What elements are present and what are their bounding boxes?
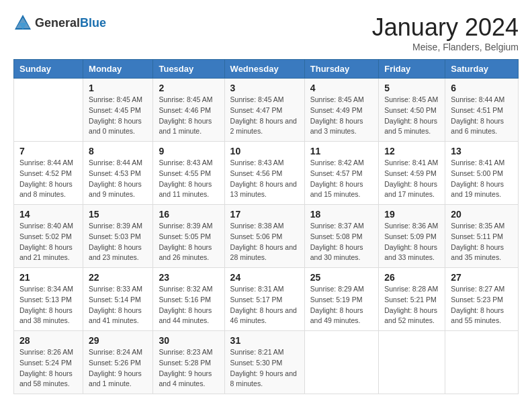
day-cell: 9Sunrise: 8:43 AMSunset: 4:55 PMDaylight… — [153, 142, 224, 205]
day-detail: Sunrise: 8:34 AMSunset: 5:13 PMDaylight:… — [19, 284, 77, 326]
title-section: January 2024 Meise, Flanders, Belgium — [372, 13, 519, 52]
day-detail: Sunrise: 8:32 AMSunset: 5:16 PMDaylight:… — [159, 284, 218, 326]
logo-blue: Blue — [80, 16, 106, 30]
day-cell: 29Sunrise: 8:24 AMSunset: 5:26 PMDayligh… — [83, 331, 153, 394]
day-cell: 25Sunrise: 8:29 AMSunset: 5:19 PMDayligh… — [304, 268, 378, 331]
day-number: 23 — [159, 272, 218, 283]
day-cell: 19Sunrise: 8:36 AMSunset: 5:09 PMDayligh… — [379, 205, 445, 268]
day-detail: Sunrise: 8:21 AMSunset: 5:30 PMDaylight:… — [230, 347, 299, 390]
day-number: 11 — [310, 146, 373, 156]
week-row-3: 14Sunrise: 8:40 AMSunset: 5:02 PMDayligh… — [14, 205, 519, 268]
day-detail: Sunrise: 8:37 AMSunset: 5:08 PMDaylight:… — [310, 221, 373, 263]
day-cell: 5Sunrise: 8:45 AMSunset: 4:50 PMDaylight… — [379, 79, 445, 142]
day-cell: 6Sunrise: 8:44 AMSunset: 4:51 PMDaylight… — [445, 79, 519, 142]
day-number: 13 — [451, 146, 513, 156]
day-header-monday: Monday — [83, 60, 153, 79]
day-cell: 11Sunrise: 8:42 AMSunset: 4:57 PMDayligh… — [304, 142, 378, 205]
day-detail: Sunrise: 8:33 AMSunset: 5:14 PMDaylight:… — [89, 284, 147, 326]
day-number: 21 — [19, 272, 77, 283]
day-detail: Sunrise: 8:41 AMSunset: 4:59 PMDaylight:… — [384, 158, 439, 200]
day-detail: Sunrise: 8:43 AMSunset: 4:55 PMDaylight:… — [159, 158, 218, 200]
day-number: 20 — [451, 209, 513, 220]
logo: GeneralBlue — [13, 13, 106, 32]
day-cell: 23Sunrise: 8:32 AMSunset: 5:16 PMDayligh… — [153, 268, 224, 331]
day-cell: 14Sunrise: 8:40 AMSunset: 5:02 PMDayligh… — [14, 205, 83, 268]
day-number: 10 — [230, 146, 299, 156]
day-number: 28 — [19, 335, 77, 346]
day-cell: 17Sunrise: 8:38 AMSunset: 5:06 PMDayligh… — [224, 205, 304, 268]
day-cell: 30Sunrise: 8:23 AMSunset: 5:28 PMDayligh… — [153, 331, 224, 394]
day-number: 7 — [19, 146, 77, 156]
day-cell: 8Sunrise: 8:44 AMSunset: 4:53 PMDaylight… — [83, 142, 153, 205]
day-detail: Sunrise: 8:45 AMSunset: 4:50 PMDaylight:… — [384, 95, 439, 137]
day-detail: Sunrise: 8:27 AMSunset: 5:23 PMDaylight:… — [451, 284, 513, 326]
day-cell: 7Sunrise: 8:44 AMSunset: 4:52 PMDaylight… — [14, 142, 83, 205]
day-detail: Sunrise: 8:26 AMSunset: 5:24 PMDaylight:… — [19, 347, 77, 390]
day-detail: Sunrise: 8:28 AMSunset: 5:21 PMDaylight:… — [384, 284, 439, 326]
day-number: 19 — [384, 209, 439, 220]
day-cell — [304, 331, 378, 394]
day-number: 25 — [310, 272, 373, 283]
day-cell: 2Sunrise: 8:45 AMSunset: 4:46 PMDaylight… — [153, 79, 224, 142]
day-number: 8 — [89, 146, 147, 156]
day-cell: 26Sunrise: 8:28 AMSunset: 5:21 PMDayligh… — [379, 268, 445, 331]
day-number: 9 — [159, 146, 218, 156]
day-detail: Sunrise: 8:29 AMSunset: 5:19 PMDaylight:… — [310, 284, 373, 326]
logo-general: General — [35, 16, 80, 30]
day-header-sunday: Sunday — [14, 60, 83, 79]
day-header-wednesday: Wednesday — [224, 60, 304, 79]
day-number: 29 — [89, 335, 147, 346]
day-cell: 3Sunrise: 8:45 AMSunset: 4:47 PMDaylight… — [224, 79, 304, 142]
day-number: 22 — [89, 272, 147, 283]
logo-icon — [13, 13, 32, 32]
week-row-2: 7Sunrise: 8:44 AMSunset: 4:52 PMDaylight… — [14, 142, 519, 205]
page-header: GeneralBlue January 2024 Meise, Flanders… — [13, 13, 519, 52]
day-cell: 16Sunrise: 8:39 AMSunset: 5:05 PMDayligh… — [153, 205, 224, 268]
day-detail: Sunrise: 8:42 AMSunset: 4:57 PMDaylight:… — [310, 158, 373, 200]
day-number: 3 — [230, 83, 299, 93]
week-row-1: 1Sunrise: 8:45 AMSunset: 4:45 PMDaylight… — [14, 79, 519, 142]
day-detail: Sunrise: 8:40 AMSunset: 5:02 PMDaylight:… — [19, 221, 77, 263]
day-number: 4 — [310, 83, 373, 93]
day-number: 2 — [159, 83, 218, 93]
day-number: 15 — [89, 209, 147, 220]
day-cell: 24Sunrise: 8:31 AMSunset: 5:17 PMDayligh… — [224, 268, 304, 331]
logo-text: GeneralBlue — [35, 16, 106, 30]
day-detail: Sunrise: 8:43 AMSunset: 4:56 PMDaylight:… — [230, 158, 299, 200]
day-cell: 4Sunrise: 8:45 AMSunset: 4:49 PMDaylight… — [304, 79, 378, 142]
day-cell: 27Sunrise: 8:27 AMSunset: 5:23 PMDayligh… — [445, 268, 519, 331]
day-number: 24 — [230, 272, 299, 283]
day-header-row: SundayMondayTuesdayWednesdayThursdayFrid… — [14, 60, 519, 79]
day-cell: 21Sunrise: 8:34 AMSunset: 5:13 PMDayligh… — [14, 268, 83, 331]
day-detail: Sunrise: 8:44 AMSunset: 4:51 PMDaylight:… — [451, 95, 513, 137]
day-detail: Sunrise: 8:31 AMSunset: 5:17 PMDaylight:… — [230, 284, 299, 326]
day-cell: 15Sunrise: 8:39 AMSunset: 5:03 PMDayligh… — [83, 205, 153, 268]
day-header-friday: Friday — [379, 60, 445, 79]
day-cell: 20Sunrise: 8:35 AMSunset: 5:11 PMDayligh… — [445, 205, 519, 268]
day-cell: 13Sunrise: 8:41 AMSunset: 5:00 PMDayligh… — [445, 142, 519, 205]
day-cell: 10Sunrise: 8:43 AMSunset: 4:56 PMDayligh… — [224, 142, 304, 205]
day-detail: Sunrise: 8:44 AMSunset: 4:52 PMDaylight:… — [19, 158, 77, 200]
day-cell — [379, 331, 445, 394]
week-row-5: 28Sunrise: 8:26 AMSunset: 5:24 PMDayligh… — [14, 331, 519, 394]
day-cell: 31Sunrise: 8:21 AMSunset: 5:30 PMDayligh… — [224, 331, 304, 394]
day-detail: Sunrise: 8:35 AMSunset: 5:11 PMDaylight:… — [451, 221, 513, 263]
day-detail: Sunrise: 8:39 AMSunset: 5:05 PMDaylight:… — [159, 221, 218, 263]
calendar-table: SundayMondayTuesdayWednesdayThursdayFrid… — [13, 59, 519, 394]
day-number: 1 — [89, 83, 147, 93]
day-number: 6 — [451, 83, 513, 93]
day-cell: 1Sunrise: 8:45 AMSunset: 4:45 PMDaylight… — [83, 79, 153, 142]
day-header-thursday: Thursday — [304, 60, 378, 79]
day-number: 5 — [384, 83, 439, 93]
day-detail: Sunrise: 8:24 AMSunset: 5:26 PMDaylight:… — [89, 347, 147, 390]
week-row-4: 21Sunrise: 8:34 AMSunset: 5:13 PMDayligh… — [14, 268, 519, 331]
day-header-saturday: Saturday — [445, 60, 519, 79]
day-detail: Sunrise: 8:38 AMSunset: 5:06 PMDaylight:… — [230, 221, 299, 263]
day-cell: 22Sunrise: 8:33 AMSunset: 5:14 PMDayligh… — [83, 268, 153, 331]
day-number: 18 — [310, 209, 373, 220]
day-cell — [445, 331, 519, 394]
day-header-tuesday: Tuesday — [153, 60, 224, 79]
day-number: 27 — [451, 272, 513, 283]
day-detail: Sunrise: 8:45 AMSunset: 4:47 PMDaylight:… — [230, 95, 299, 137]
day-number: 12 — [384, 146, 439, 156]
